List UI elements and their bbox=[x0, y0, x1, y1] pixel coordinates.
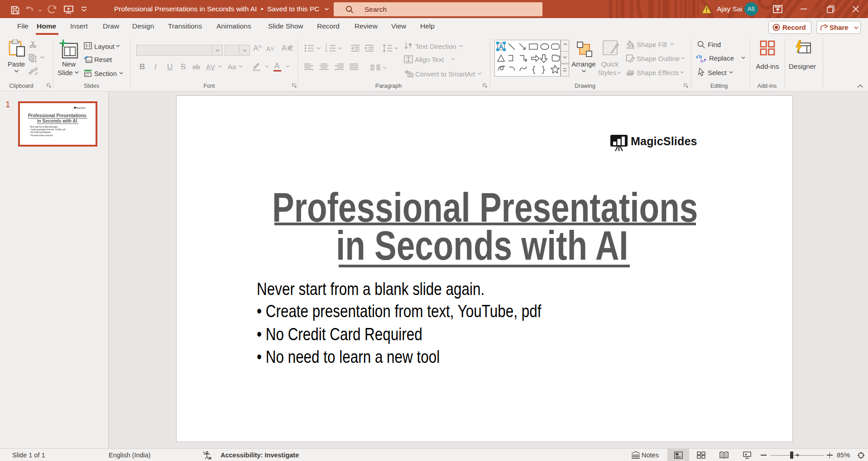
svg-text:A: A bbox=[408, 42, 412, 47]
svg-text:c: c bbox=[700, 58, 703, 63]
svg-text:A: A bbox=[499, 43, 504, 50]
svg-text:MagicSlides: MagicSlides bbox=[77, 107, 86, 109]
